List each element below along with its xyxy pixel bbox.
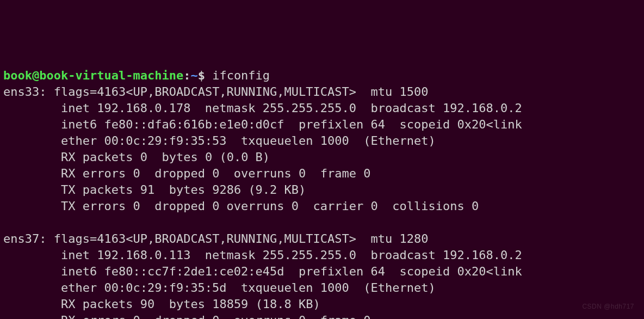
prompt-at: @ <box>32 69 39 82</box>
iface-scopeid-1: 0x20<link <box>457 265 522 278</box>
iface-flags-num-1: 4163 <box>97 232 126 246</box>
prompt-path: ~ <box>190 69 197 82</box>
iface-txo-0: 0 <box>292 199 299 213</box>
iface-flags-num-0: 4163 <box>97 85 126 99</box>
iface-rxe-0: 0 <box>133 167 140 180</box>
iface-broadcast-1: 192.168.0.2 <box>443 248 522 262</box>
iface-rxf-0: 0 <box>363 167 370 180</box>
iface-rxe-1: 0 <box>133 314 140 319</box>
iface-broadcast-0: 192.168.0.2 <box>443 101 522 115</box>
iface-mtu-0: 1500 <box>400 85 429 99</box>
iface-inet6-1: fe80::cc7f:2de1:ce02:e45d <box>104 265 284 278</box>
iface-inet6-0: fe80::dfa6:616b:e1e0:d0cf <box>104 118 284 131</box>
iface-rxp-0: 0 <box>140 150 147 164</box>
iface-name-1: ens37 <box>3 232 39 246</box>
prompt-colon: : <box>183 69 190 82</box>
iface-rxo-0: 0 <box>299 167 306 180</box>
iface-flags-0: <UP,BROADCAST,RUNNING,MULTICAST> <box>126 85 356 99</box>
iface-flags-1: <UP,BROADCAST,RUNNING,MULTICAST> <box>126 232 356 246</box>
iface-ether-0: 00:0c:29:f9:35:53 <box>104 134 226 148</box>
iface-rxp-1: 90 <box>140 297 155 311</box>
iface-inet-0: 192.168.0.178 <box>97 101 190 115</box>
iface-netmask-0: 255.255.255.0 <box>263 101 356 115</box>
iface-rxf-1: 0 <box>363 314 370 319</box>
iface-txq-0: 1000 <box>320 134 349 148</box>
iface-linktype-1: (Ethernet) <box>363 281 435 295</box>
iface-txbh-0: (9.2 KB) <box>248 183 306 197</box>
iface-txp-0: 91 <box>140 183 155 197</box>
iface-txe-0: 0 <box>133 199 140 213</box>
prompt-dollar: $ <box>198 69 205 82</box>
iface-txb-0: 9286 <box>212 183 241 197</box>
iface-txq-1: 1000 <box>320 281 349 295</box>
iface-rxb-0: 0 <box>205 150 212 164</box>
watermark: CSDN @hdh717 <box>582 298 634 315</box>
iface-scopeid-0: 0x20<link <box>457 118 522 131</box>
iface-rxd-1: 0 <box>212 314 219 319</box>
prompt-user: book <box>3 69 32 82</box>
terminal[interactable]: book@book-virtual-machine:~$ ifconfig en… <box>3 68 641 319</box>
iface-txd-0: 0 <box>212 199 219 213</box>
iface-inet-1: 192.168.0.113 <box>97 248 190 262</box>
iface-txcol-0: 0 <box>472 199 479 213</box>
iface-name-0: ens33 <box>3 85 39 99</box>
iface-mtu-1: 1280 <box>400 232 429 246</box>
iface-linktype-0: (Ethernet) <box>363 134 435 148</box>
iface-rxo-1: 0 <box>299 314 306 319</box>
iface-prefixlen-0: 64 <box>371 118 386 131</box>
iface-rxbh-0: (0.0 B) <box>219 150 270 164</box>
iface-rxd-0: 0 <box>212 167 219 180</box>
iface-ether-1: 00:0c:29:f9:35:5d <box>104 281 226 295</box>
command-input[interactable]: ifconfig <box>212 69 270 82</box>
iface-txc-0: 0 <box>371 199 378 213</box>
iface-netmask-1: 255.255.255.0 <box>263 248 356 262</box>
iface-rxbh-1: (18.8 KB) <box>256 297 320 311</box>
iface-prefixlen-1: 64 <box>371 265 386 278</box>
prompt-host: book-virtual-machine <box>39 69 183 82</box>
iface-rxb-1: 18859 <box>212 297 248 311</box>
